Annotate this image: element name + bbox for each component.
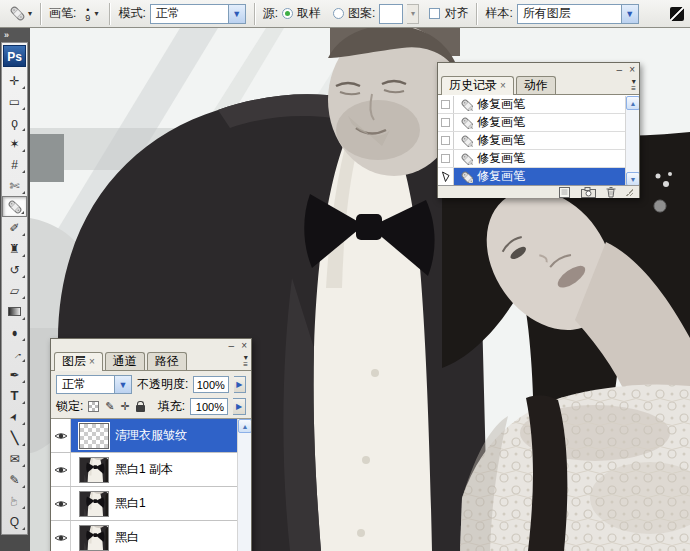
slice-tool[interactable]: ✄ bbox=[2, 175, 27, 196]
tab-layers[interactable]: 图层× bbox=[54, 352, 103, 371]
layer-thumbnail-photo[interactable] bbox=[79, 525, 109, 551]
pattern-picker-arrow[interactable]: ▾ bbox=[407, 4, 419, 24]
eye-icon bbox=[54, 533, 68, 543]
layer-visibility-toggle[interactable] bbox=[51, 453, 71, 486]
scroll-down-icon[interactable]: ▼ bbox=[626, 172, 639, 185]
lock-label: 锁定: bbox=[56, 398, 83, 415]
pattern-swatch[interactable] bbox=[379, 4, 403, 24]
history-row[interactable]: 修复画笔 bbox=[438, 168, 639, 185]
tab-channels[interactable]: 通道 bbox=[105, 352, 145, 370]
opacity-value[interactable]: 100% bbox=[193, 376, 229, 393]
history-brush-tool[interactable]: ↺ bbox=[2, 259, 27, 280]
tab-history[interactable]: 历史记录× bbox=[441, 76, 514, 95]
path-select-tool[interactable]: ➤ bbox=[2, 406, 27, 427]
hand-tool[interactable]: ☞ bbox=[2, 490, 27, 511]
lasso-tool[interactable]: ϙ bbox=[2, 112, 27, 133]
blend-mode-select[interactable]: 正常 ▼ bbox=[56, 375, 132, 394]
move-tool[interactable]: ✛ bbox=[2, 70, 27, 91]
layer-visibility-toggle[interactable] bbox=[51, 487, 71, 520]
healing-brush-icon bbox=[460, 116, 473, 129]
create-document-from-state-icon[interactable] bbox=[557, 187, 572, 198]
resize-grip[interactable] bbox=[626, 189, 633, 196]
aligned-checkbox[interactable] bbox=[429, 8, 440, 19]
layer-thumbnail-transparent[interactable] bbox=[79, 423, 109, 449]
history-source-well[interactable] bbox=[438, 132, 454, 149]
history-row[interactable]: 修复画笔 bbox=[438, 132, 639, 150]
ignore-adjustment-layers-icon[interactable] bbox=[670, 7, 684, 21]
lock-transparency-icon[interactable] bbox=[88, 401, 99, 412]
chevron-down-icon[interactable]: ▼ bbox=[621, 5, 638, 23]
mode-select[interactable]: 正常 ▼ bbox=[150, 4, 246, 24]
brush-size: 9 bbox=[85, 14, 90, 22]
healing-brush-tool[interactable] bbox=[2, 196, 27, 217]
fill-value[interactable]: 100% bbox=[190, 398, 228, 415]
lock-all-icon[interactable] bbox=[136, 405, 145, 412]
notes-tool[interactable]: ✉ bbox=[2, 448, 27, 469]
collapse-toolbox-button[interactable]: » bbox=[0, 28, 30, 42]
panel-menu-icon[interactable]: ▾≡ bbox=[243, 354, 248, 368]
layer-row[interactable]: 黑白1 副本 bbox=[51, 453, 251, 487]
lock-position-icon[interactable]: ✛ bbox=[121, 400, 130, 413]
eyedropper-tool[interactable]: ✎ bbox=[2, 469, 27, 490]
tab-actions[interactable]: 动作 bbox=[516, 76, 556, 94]
history-source-well[interactable] bbox=[438, 150, 454, 167]
fill-slider-arrow-icon[interactable]: ▶ bbox=[233, 398, 246, 415]
magic-wand-tool[interactable]: ✶ bbox=[2, 133, 27, 154]
layer-name: 黑白1 副本 bbox=[115, 461, 173, 478]
close-icon[interactable]: × bbox=[241, 341, 247, 351]
zoom-tool[interactable]: Q bbox=[2, 511, 27, 532]
create-new-snapshot-icon[interactable] bbox=[581, 187, 596, 198]
mode-label: 模式: bbox=[118, 5, 145, 22]
brush-tool[interactable]: ✐ bbox=[2, 217, 27, 238]
line-tool[interactable]: ╲ bbox=[2, 427, 27, 448]
tab-close-icon[interactable]: × bbox=[89, 356, 95, 367]
dodge-tool[interactable]: ♩ bbox=[2, 343, 27, 364]
gradient-tool[interactable] bbox=[2, 301, 27, 322]
layers-panel: – × 图层× 通道 路径 ▾≡ 正常 ▼ 不透明度: 100% ▶ 锁定: ✎… bbox=[50, 338, 252, 551]
layer-row[interactable]: 黑白 bbox=[51, 521, 251, 551]
tool-preset-button[interactable]: ▾ bbox=[6, 4, 35, 23]
close-icon[interactable]: × bbox=[629, 65, 635, 75]
blur-tool[interactable]: ● bbox=[2, 322, 27, 343]
layer-visibility-toggle[interactable] bbox=[51, 521, 71, 551]
history-row[interactable]: 修复画笔 bbox=[438, 96, 639, 114]
history-source-well[interactable] bbox=[438, 96, 454, 113]
history-scrollbar[interactable]: ▲ ▼ bbox=[625, 96, 639, 185]
layer-row[interactable]: 清理衣服皱纹 bbox=[51, 419, 251, 453]
scroll-up-icon[interactable]: ▲ bbox=[626, 96, 639, 110]
chevron-down-icon[interactable]: ▼ bbox=[228, 5, 245, 23]
history-entry-label: 修复画笔 bbox=[477, 96, 525, 113]
pattern-radio[interactable] bbox=[333, 8, 344, 19]
sampled-radio[interactable] bbox=[282, 8, 293, 19]
delete-state-icon[interactable] bbox=[605, 186, 617, 198]
crop-tool[interactable]: # bbox=[2, 154, 27, 175]
brush-picker[interactable]: • 9 ▾ bbox=[80, 5, 101, 23]
layer-name: 黑白1 bbox=[115, 495, 146, 512]
scroll-up-icon[interactable]: ▲ bbox=[238, 419, 251, 433]
tab-paths[interactable]: 路径 bbox=[147, 352, 187, 370]
options-bar: ▾ 画笔: • 9 ▾ 模式: 正常 ▼ 源: 取样 图案: ▾ 对齐 样本 bbox=[0, 0, 690, 28]
history-source-well[interactable] bbox=[438, 114, 454, 131]
layer-thumbnail-photo[interactable] bbox=[79, 491, 109, 517]
layer-thumbnail-photo[interactable] bbox=[79, 457, 109, 483]
eraser-tool[interactable]: ▱ bbox=[2, 280, 27, 301]
chevron-down-icon[interactable]: ▼ bbox=[114, 376, 131, 393]
tab-close-icon[interactable]: × bbox=[500, 80, 506, 91]
type-tool[interactable]: T bbox=[2, 385, 27, 406]
history-row[interactable]: 修复画笔 bbox=[438, 150, 639, 168]
minimize-icon[interactable]: – bbox=[229, 341, 235, 351]
marquee-tool[interactable]: ▭ bbox=[2, 91, 27, 112]
layer-visibility-toggle[interactable] bbox=[51, 419, 71, 452]
history-brush-icon: ↺ bbox=[9, 264, 19, 276]
panel-menu-icon[interactable]: ▾≡ bbox=[631, 78, 636, 92]
clone-stamp-tool[interactable]: ♜ bbox=[2, 238, 27, 259]
sample-select[interactable]: 所有图层 ▼ bbox=[517, 4, 639, 24]
history-row[interactable]: 修复画笔 bbox=[438, 114, 639, 132]
lock-pixels-icon[interactable]: ✎ bbox=[105, 400, 114, 413]
layers-scrollbar[interactable]: ▲ bbox=[237, 419, 251, 551]
opacity-slider-arrow-icon[interactable]: ▶ bbox=[234, 376, 246, 393]
layer-row[interactable]: 黑白1 bbox=[51, 487, 251, 521]
history-source-well[interactable] bbox=[438, 168, 454, 185]
minimize-icon[interactable]: – bbox=[617, 65, 623, 75]
pen-tool[interactable]: ✒ bbox=[2, 364, 27, 385]
